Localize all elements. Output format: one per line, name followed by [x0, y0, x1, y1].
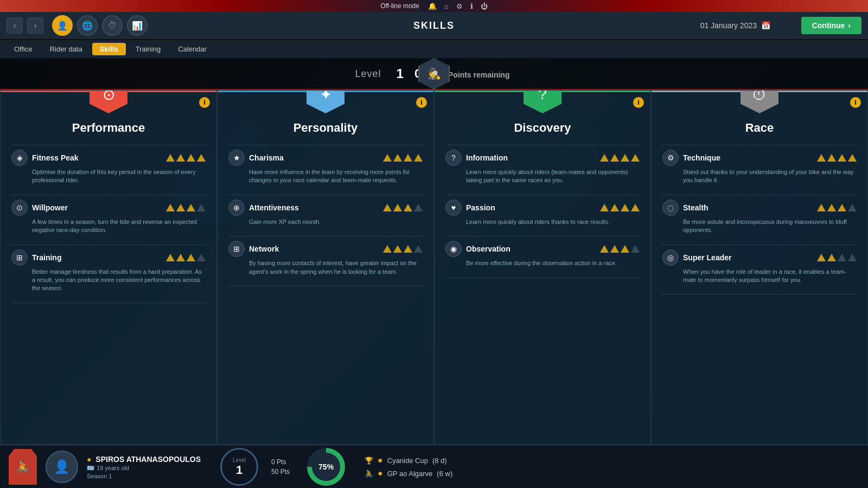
discovery-info-btn[interactable]: i — [633, 97, 644, 108]
tri1 — [817, 254, 826, 261]
super-leader-icon: ◎ — [662, 249, 679, 266]
tri4 — [631, 154, 640, 162]
tri2 — [176, 254, 185, 261]
information-icon: ? — [445, 150, 462, 166]
tri1 — [166, 254, 175, 261]
continue-button[interactable]: Continue › — [801, 17, 861, 34]
rider-kit: 🚴 — [9, 449, 37, 485]
globe-nav-btn[interactable]: 🌐 — [77, 15, 98, 36]
clock-nav-btn[interactable]: ⏱ — [102, 15, 123, 36]
attentiveness-name: Attentiveness — [249, 203, 376, 212]
tri3 — [404, 245, 412, 253]
tab-training[interactable]: Training — [128, 43, 168, 55]
tri4 — [414, 245, 423, 253]
rider-name: ● SPIROS ATHANASOPOULOS — [87, 455, 201, 464]
tri2 — [827, 254, 836, 261]
level-number: 1 — [397, 66, 404, 81]
rider-nav-btn[interactable]: 👤 — [52, 15, 73, 36]
level-circle: Level 1 — [220, 448, 258, 486]
power-icon[interactable]: ⏻ — [481, 2, 488, 10]
personality-title: Personality — [228, 121, 423, 135]
info-icon[interactable]: ℹ — [470, 2, 473, 10]
tri4 — [197, 154, 206, 162]
bell-icon[interactable]: 🔔 — [428, 2, 437, 10]
attentiveness-icon: ⊕ — [228, 200, 245, 216]
willpower-name: Willpower — [32, 203, 159, 212]
network-desc: By having more contacts of interest, hav… — [249, 259, 423, 276]
discovery-hex-icon: ? — [524, 90, 561, 113]
tri3 — [187, 204, 195, 211]
chart-nav-btn[interactable]: 📊 — [127, 15, 148, 36]
tri4 — [631, 245, 640, 253]
skill-item-willpower: ⊙ Willpower A few times in a season, tur… — [11, 200, 206, 238]
pts-info: 0 Pts 50 Pts — [271, 458, 290, 476]
race-info-btn[interactable]: i — [850, 97, 861, 108]
tri2 — [176, 154, 185, 162]
tri3 — [404, 204, 412, 211]
flag-icon: 🇬🇷 — [87, 465, 94, 472]
level-label: Level — [355, 68, 381, 80]
tri1 — [817, 154, 826, 162]
personality-info-btn[interactable]: i — [416, 97, 427, 108]
tab-calendar[interactable]: Calendar — [170, 43, 214, 55]
tab-skills[interactable]: Skills — [92, 43, 126, 55]
stealth-icon: ◌ — [662, 200, 679, 216]
tri3 — [838, 154, 846, 162]
main-area: Level 1 🕵 0 Skill Points remaining ⊙ i P… — [0, 59, 868, 445]
tri4 — [197, 204, 206, 211]
fitness-peak-icon: ◈ — [11, 150, 28, 166]
tri4 — [631, 204, 640, 211]
stealth-name: Stealth — [683, 203, 810, 212]
top-bar-icons: 🔔 ⌂ ⚙ ℹ ⏻ — [428, 2, 488, 10]
settings-icon[interactable]: ⚙ — [456, 2, 463, 10]
tri4 — [414, 204, 423, 211]
skill-item-information: ? Information Learn more quickly about r… — [445, 150, 640, 188]
observation-desc: Be more effective during the observation… — [466, 259, 640, 267]
race-item-0: 🏆 ● Cyanide Cup (8 d) — [365, 455, 452, 465]
network-name: Network — [249, 245, 376, 253]
home-icon[interactable]: ⌂ — [444, 2, 449, 10]
tri2 — [610, 154, 619, 162]
tri1 — [817, 204, 826, 211]
skill-item-stealth: ◌ Stealth Be more astute and inconspicuo… — [662, 200, 857, 238]
back-button[interactable]: ‹ — [7, 17, 23, 34]
tri1 — [383, 154, 392, 162]
tab-office[interactable]: Office — [7, 43, 40, 55]
tab-rider-data[interactable]: Rider data — [42, 43, 90, 55]
xp-circle: 75% — [307, 448, 345, 486]
observation-icon: ◉ — [445, 241, 462, 257]
skill-item-charisma: ★ Charisma Have more influence in the te… — [228, 150, 423, 188]
pts-current: 0 Pts — [271, 458, 290, 466]
calendar-icon[interactable]: 📅 — [761, 21, 770, 30]
super-leader-desc: When you have the role of leader in a ra… — [683, 268, 857, 285]
tri3 — [621, 154, 629, 162]
tri4 — [848, 254, 857, 261]
performance-info-btn[interactable]: i — [199, 97, 210, 108]
training-name: Training — [32, 253, 159, 262]
passion-name: Passion — [466, 203, 593, 212]
tri2 — [610, 204, 619, 211]
tri2 — [393, 245, 402, 253]
willpower-icon: ⊙ — [11, 200, 28, 216]
tri2 — [176, 204, 185, 211]
tri3 — [838, 204, 846, 211]
rider-season: Season 1 — [87, 473, 201, 479]
skill-item-observation: ◉ Observation Be more effective during t… — [445, 241, 640, 271]
tri3 — [404, 154, 412, 162]
cycle-icon: 🚴 — [365, 470, 373, 478]
page-title: SKILLS — [413, 20, 455, 31]
forward-button[interactable]: › — [27, 17, 43, 34]
tri4 — [848, 154, 857, 162]
tri3 — [838, 254, 846, 261]
skill-item-network: ⊞ Network By having more contacts of int… — [228, 241, 423, 279]
race-dot-0: ● — [378, 455, 383, 465]
card-grid: ⊙ i Performance ◈ Fitness Peak — [0, 90, 868, 445]
fitness-peak-name: Fitness Peak — [32, 153, 159, 162]
tri3 — [621, 204, 629, 211]
discovery-card: ? i Discovery ? Information — [434, 90, 651, 445]
passion-desc: Learn more quickly about riders thanks t… — [466, 218, 640, 226]
continue-arrow-icon: › — [848, 21, 851, 30]
tri2 — [393, 154, 402, 162]
stealth-desc: Be more astute and inconspicuous during … — [683, 218, 857, 235]
tri1 — [166, 204, 175, 211]
